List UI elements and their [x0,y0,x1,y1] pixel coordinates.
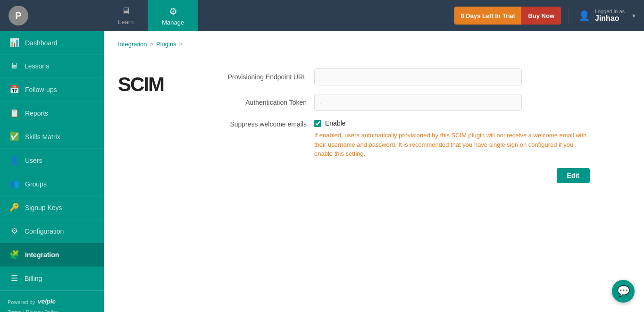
sidebar-item-lessons[interactable]: 🖥 Lessons [0,55,104,78]
token-input[interactable] [314,94,522,111]
logged-in-as-label: Logged in as [595,8,625,14]
user-area: 👤 Logged in as Jinhao ▾ [569,8,644,23]
sidebar-item-integration[interactable]: 🧩 Integration [0,243,104,267]
provisioning-label: Provisioning Endpoint URL [212,73,307,81]
breadcrumb-plugins[interactable]: Plugins [156,41,176,48]
monitor-icon: 🖥 [121,6,131,17]
info-text: If enabled, users automatically provisio… [314,131,590,159]
sidebar-item-billing[interactable]: ☰ Billing [0,267,104,290]
scim-form: Provisioning Endpoint URL Authentication… [212,68,590,183]
trial-badge: 8 Days Left In Trial [454,7,522,25]
nav-items: 🖥 Learn ⚙ Manage [104,0,454,31]
chat-bubble-button[interactable]: 💬 [612,280,635,303]
provisioning-input[interactable] [314,68,522,85]
scim-logo: SCIM [118,68,193,96]
users-icon: 👤 [9,155,19,165]
sidebar: 📊 Dashboard 🖥 Lessons 📅 Follow-ups 📋 Rep… [0,31,104,312]
main-layout: 📊 Dashboard 🖥 Lessons 📅 Follow-ups 📋 Rep… [0,31,644,312]
suppress-label: Suppress welcome emails [212,119,307,128]
key-icon: 🔑 [9,202,19,212]
skills-icon: ✅ [9,132,19,142]
sidebar-item-follow-ups[interactable]: 📅 Follow-ups [0,78,104,101]
lessons-icon: 🖥 [9,61,19,71]
sidebar-item-skills-matrix[interactable]: ✅ Skills Matrix [0,125,104,149]
breadcrumb-sep-1: > [150,41,153,48]
chat-icon: 💬 [617,285,630,297]
logo-area: P [0,0,104,31]
velpic-logo: velpic [38,296,66,307]
breadcrumb-integration[interactable]: Integration [118,41,147,48]
config-icon: ⚙ [9,226,19,236]
user-avatar: P [8,6,28,25]
privacy-link[interactable]: Privacy Policy [26,309,58,312]
nav-item-learn[interactable]: 🖥 Learn [104,0,148,31]
gear-icon: ⚙ [169,6,177,17]
provisioning-row: Provisioning Endpoint URL [212,68,590,85]
integration-icon: 🧩 [9,250,19,260]
groups-icon: 👥 [9,179,19,189]
sidebar-item-users[interactable]: 👤 Users [0,149,104,172]
breadcrumb: Integration > Plugins > [118,41,630,48]
main-content: Integration > Plugins > SCIM Provisionin… [104,31,644,312]
enable-label: Enable [325,119,346,127]
token-label: Authentication Token [212,99,307,106]
buy-now-button[interactable]: Buy Now [521,7,561,25]
top-navigation: P 🖥 Learn ⚙ Manage 8 Days Left In Trial … [0,0,644,31]
footer-links: Terms | Privacy Policy [8,309,96,312]
suppress-emails-row: Suppress welcome emails Enable If enable… [212,119,590,159]
dashboard-icon: 📊 [9,38,19,48]
reports-icon: 📋 [9,108,19,118]
token-row: Authentication Token [212,94,590,111]
sidebar-item-dashboard[interactable]: 📊 Dashboard [0,31,104,55]
sidebar-item-signup-keys[interactable]: 🔑 Signup Keys [0,196,104,219]
breadcrumb-sep-2: > [179,41,183,48]
edit-button[interactable]: Edit [557,168,590,183]
followups-icon: 📅 [9,84,19,94]
sidebar-item-groups[interactable]: 👥 Groups [0,172,104,196]
sidebar-item-configuration[interactable]: ⚙ Configuration [0,219,104,243]
sidebar-item-reports[interactable]: 📋 Reports [0,101,104,125]
nav-item-manage[interactable]: ⚙ Manage [148,0,198,31]
user-icon: 👤 [578,10,590,21]
nav-right: 8 Days Left In Trial Buy Now 👤 Logged in… [454,7,644,25]
chevron-down-icon[interactable]: ▾ [632,12,636,19]
terms-link[interactable]: Terms [8,309,22,312]
enable-checkbox-line: Enable [314,119,590,127]
billing-icon: ☰ [9,273,19,283]
enable-checkbox[interactable] [314,120,321,127]
username-label: Jinhao [595,14,625,23]
sidebar-footer: Powered by velpic Terms | Privacy Policy… [0,290,104,312]
scim-section: SCIM Provisioning Endpoint URL Authentic… [118,59,630,193]
svg-text:velpic: velpic [38,298,56,305]
